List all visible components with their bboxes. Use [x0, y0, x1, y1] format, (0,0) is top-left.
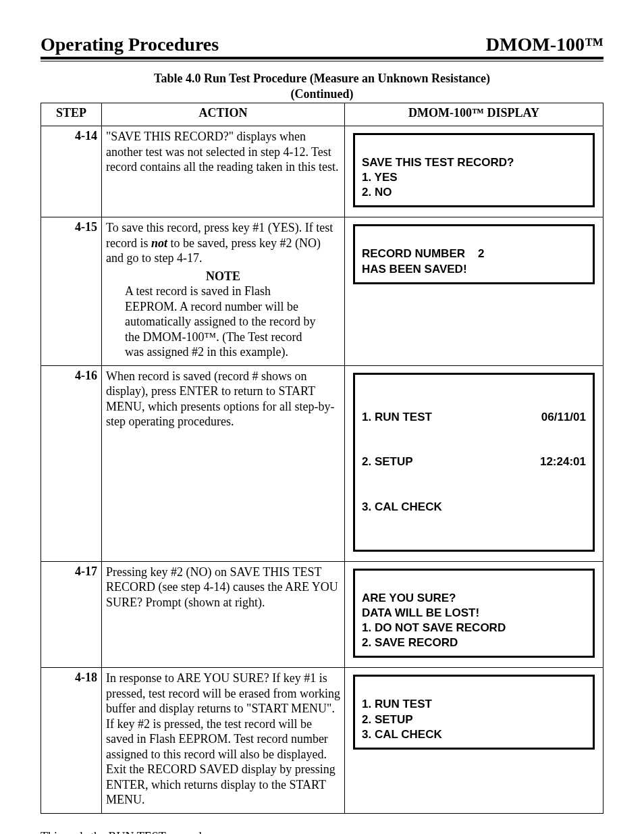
table-row: 4-14 "SAVE THIS RECORD?" displays when a… — [41, 126, 603, 217]
display-row: 1. RUN TEST 06/11/01 — [362, 410, 586, 425]
display-left: 1. RUN TEST — [362, 410, 432, 425]
action-text: In response to ARE YOU SURE? If key #1 i… — [102, 668, 345, 814]
display-box: 1. RUN TEST 2. SETUP 3. CAL CHECK — [353, 675, 595, 749]
display-box: RECORD NUMBER 2 HAS BEEN SAVED! — [353, 224, 595, 284]
display-cell: SAVE THIS TEST RECORD? 1. YES 2. NO — [345, 126, 603, 217]
table-row: 4-18 In response to ARE YOU SURE? If key… — [41, 668, 603, 814]
display-row: 2. SETUP 12:24:01 — [362, 454, 586, 469]
action-text: To save this record, press key #1 (YES).… — [102, 217, 345, 366]
display-line: RECORD NUMBER 2 — [362, 247, 484, 260]
display-cell: RECORD NUMBER 2 HAS BEEN SAVED! — [345, 217, 603, 366]
action-text: "SAVE THIS RECORD?" displays when anothe… — [102, 126, 345, 217]
display-box: 1. RUN TEST 06/11/01 2. SETUP 12:24:01 3… — [353, 373, 595, 552]
display-left: 3. CAL CHECK — [362, 500, 442, 515]
display-left: 2. SETUP — [362, 454, 413, 469]
display-right: 12:24:01 — [540, 454, 586, 469]
col-display: DMOM-100™ DISPLAY — [345, 103, 603, 126]
display-line: 2. NO — [362, 186, 392, 199]
display-line: ARE YOU SURE? — [362, 592, 456, 604]
display-cell: ARE YOU SURE? DATA WILL BE LOST! 1. DO N… — [345, 561, 603, 667]
caption-line2: (Continued) — [290, 87, 353, 101]
display-cell: 1. RUN TEST 2. SETUP 3. CAL CHECK — [345, 668, 603, 814]
page-header: Operating Procedures DMOM-100™ — [41, 34, 603, 59]
display-row: 3. CAL CHECK — [362, 500, 586, 515]
action-text: Pressing key #2 (NO) on SAVE THIS TEST R… — [102, 561, 345, 667]
display-line: 1. YES — [362, 171, 398, 184]
action-not-word: not — [151, 236, 167, 250]
table-caption: Table 4.0 Run Test Procedure (Measure an… — [41, 71, 603, 101]
action-text: When record is saved (record # shows on … — [102, 365, 345, 561]
display-line: 1. DO NOT SAVE RECORD — [362, 621, 506, 634]
display-box: SAVE THIS TEST RECORD? 1. YES 2. NO — [353, 133, 595, 207]
note-heading: NOTE — [106, 269, 340, 284]
closing-text: This ends the RUN TEST procedure. — [41, 830, 603, 834]
table-row: 4-15 To save this record, press key #1 (… — [41, 217, 603, 366]
col-action: ACTION — [102, 103, 345, 126]
step-number: 4-18 — [41, 668, 102, 814]
col-step: STEP — [41, 103, 102, 126]
step-number: 4-14 — [41, 126, 102, 217]
display-line: 1. RUN TEST — [362, 698, 432, 710]
step-number: 4-17 — [41, 561, 102, 667]
procedure-table: STEP ACTION DMOM-100™ DISPLAY 4-14 "SAVE… — [41, 103, 603, 814]
display-cell: 1. RUN TEST 06/11/01 2. SETUP 12:24:01 3… — [345, 365, 603, 561]
header-left: Operating Procedures — [41, 34, 219, 55]
header-right: DMOM-100™ — [486, 34, 603, 55]
table-row: 4-17 Pressing key #2 (NO) on SAVE THIS T… — [41, 561, 603, 667]
display-line: 3. CAL CHECK — [362, 728, 442, 741]
step-number: 4-15 — [41, 217, 102, 366]
display-line: 2. SAVE RECORD — [362, 636, 458, 649]
table-row: 4-16 When record is saved (record # show… — [41, 365, 603, 561]
display-box: ARE YOU SURE? DATA WILL BE LOST! 1. DO N… — [353, 569, 595, 658]
table-header-row: STEP ACTION DMOM-100™ DISPLAY — [41, 103, 603, 126]
display-line: HAS BEEN SAVED! — [362, 263, 467, 276]
display-line: 2. SETUP — [362, 713, 413, 726]
caption-line1: Table 4.0 Run Test Procedure (Measure an… — [154, 72, 490, 85]
note-body: A test record is saved in Flash EEPROM. … — [125, 284, 321, 360]
display-line: SAVE THIS TEST RECORD? — [362, 156, 514, 169]
display-line: DATA WILL BE LOST! — [362, 606, 479, 619]
header-rule — [41, 61, 603, 61]
display-right: 06/11/01 — [541, 410, 586, 425]
step-number: 4-16 — [41, 365, 102, 561]
